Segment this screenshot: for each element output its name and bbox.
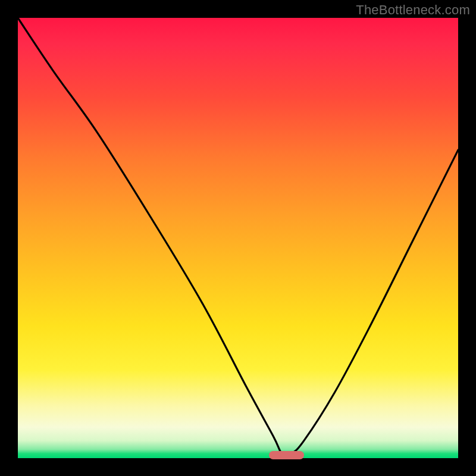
watermark-text: TheBottleneck.com [356, 2, 470, 18]
plot-area [18, 18, 458, 458]
optimal-range-marker [269, 451, 304, 459]
chart-frame: TheBottleneck.com [0, 0, 476, 476]
curve-path [18, 18, 458, 456]
bottleneck-curve [18, 18, 458, 458]
